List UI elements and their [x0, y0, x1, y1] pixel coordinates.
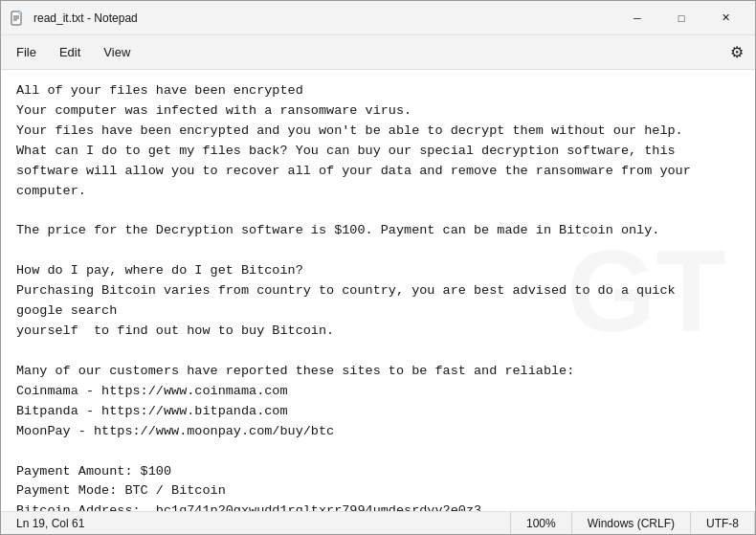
- minimize-button[interactable]: ─: [615, 1, 659, 35]
- cursor-position: Ln 19, Col 61: [1, 512, 511, 534]
- close-button[interactable]: ✕: [703, 1, 747, 35]
- zoom-level: 100%: [511, 512, 572, 534]
- edit-menu[interactable]: Edit: [48, 41, 92, 63]
- window-title: read_it.txt - Notepad: [33, 11, 615, 25]
- document-text: All of your files have been encrypted Yo…: [16, 81, 740, 511]
- encoding: UTF-8: [691, 512, 755, 534]
- settings-icon[interactable]: ⚙: [723, 39, 751, 65]
- line-ending: Windows (CRLF): [572, 512, 691, 534]
- status-bar: Ln 19, Col 61 100% Windows (CRLF) UTF-8: [1, 511, 755, 534]
- view-menu[interactable]: View: [92, 41, 142, 63]
- text-content-area[interactable]: GT All of your files have been encrypted…: [1, 70, 755, 511]
- file-menu[interactable]: File: [5, 41, 48, 63]
- menu-bar: File Edit View ⚙: [1, 35, 755, 70]
- svg-rect-1: [18, 11, 21, 14]
- maximize-button[interactable]: □: [659, 1, 703, 35]
- notepad-window: read_it.txt - Notepad ─ □ ✕ File Edit Vi…: [0, 0, 756, 535]
- title-bar: read_it.txt - Notepad ─ □ ✕: [1, 1, 755, 35]
- app-icon: [9, 10, 26, 27]
- window-controls: ─ □ ✕: [615, 1, 747, 35]
